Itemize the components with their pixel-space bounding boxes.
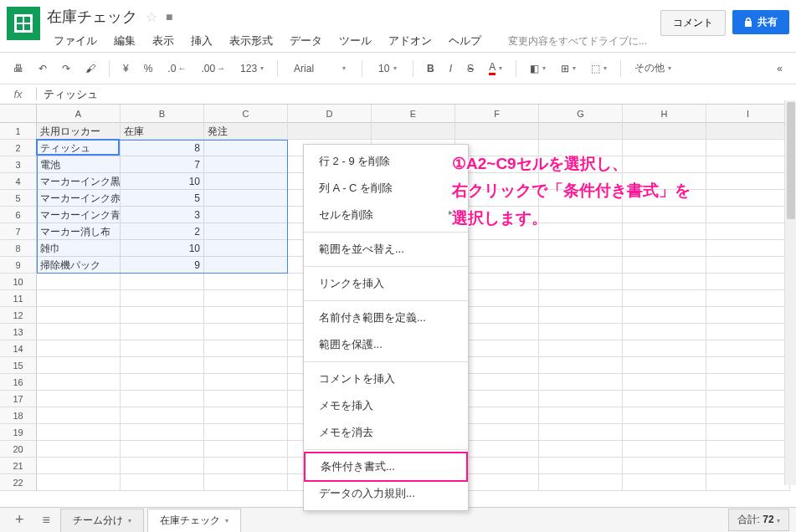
cell-C8[interactable] (204, 240, 288, 257)
context-menu-item[interactable]: 範囲を並べ替え... (304, 236, 468, 263)
cell-B2[interactable]: 8 (121, 140, 204, 156)
row-header-1[interactable]: 1 (0, 123, 37, 140)
col-header-E[interactable]: E (372, 105, 455, 123)
cell-C22[interactable] (204, 474, 288, 491)
cell-B3[interactable]: 7 (121, 156, 204, 173)
cell-I5[interactable] (706, 190, 790, 207)
cell-B14[interactable] (121, 340, 204, 357)
cell-B21[interactable] (121, 458, 204, 474)
cell-I7[interactable] (706, 223, 790, 240)
menu-file[interactable]: ファイル (47, 30, 104, 52)
row-header-20[interactable]: 20 (0, 441, 37, 458)
row-header-12[interactable]: 12 (0, 307, 37, 324)
cell-G12[interactable] (539, 307, 623, 324)
cell-I2[interactable] (706, 140, 790, 156)
add-sheet-button[interactable]: + (7, 511, 33, 529)
menu-format[interactable]: 表示形式 (223, 30, 280, 52)
text-color[interactable]: A (484, 58, 507, 79)
cell-H12[interactable] (623, 307, 706, 324)
borders-icon[interactable]: ⊞ (556, 59, 581, 78)
cell-G11[interactable] (539, 290, 623, 307)
cell-A21[interactable] (37, 458, 121, 474)
cell-G21[interactable] (539, 458, 623, 474)
cell-B9[interactable]: 9 (121, 257, 204, 274)
cell-B22[interactable] (121, 474, 204, 491)
context-menu-item[interactable]: メモを挿入 (304, 392, 468, 419)
cell-A15[interactable] (37, 357, 121, 374)
context-menu-item[interactable]: リンクを挿入 (304, 270, 468, 297)
folder-icon[interactable]: ■ (166, 10, 172, 23)
row-header-3[interactable]: 3 (0, 156, 37, 173)
cell-I17[interactable] (706, 391, 790, 407)
cell-G15[interactable] (539, 357, 623, 374)
print-icon[interactable]: 🖶 (8, 59, 28, 78)
cell-A12[interactable] (37, 307, 121, 324)
cell-B4[interactable]: 10 (121, 173, 204, 190)
cell-I8[interactable] (706, 240, 790, 257)
cell-C2[interactable] (204, 140, 288, 156)
menu-view[interactable]: 表示 (146, 30, 181, 52)
cell-E1[interactable] (372, 123, 455, 140)
cell-B5[interactable]: 5 (121, 190, 204, 207)
cell-C21[interactable] (204, 458, 288, 474)
cell-I20[interactable] (706, 441, 790, 458)
cell-A4[interactable]: マーカーインク黒 (37, 173, 121, 190)
row-header-8[interactable]: 8 (0, 240, 37, 257)
number-format[interactable]: 123 (235, 59, 269, 78)
cell-A1[interactable]: 共用ロッカー (37, 123, 121, 140)
currency-format[interactable]: ¥ (118, 59, 134, 78)
menu-help[interactable]: ヘルプ (442, 30, 488, 52)
cell-A14[interactable] (37, 340, 121, 357)
cell-B6[interactable]: 3 (121, 207, 204, 223)
collapse-toolbar-icon[interactable]: « (772, 59, 788, 78)
cell-A17[interactable] (37, 391, 121, 407)
cell-C1[interactable]: 発注 (204, 123, 288, 140)
menu-edit[interactable]: 編集 (107, 30, 142, 52)
font-family[interactable]: Arial (286, 59, 353, 78)
row-header-2[interactable]: 2 (0, 140, 37, 156)
cell-I14[interactable] (706, 340, 790, 357)
more-options[interactable]: その他 (629, 58, 676, 79)
cell-A2[interactable]: ティッシュ (37, 140, 121, 156)
italic-icon[interactable]: I (444, 59, 457, 78)
sheet-tab[interactable]: 在庫チェック▾ (147, 509, 241, 532)
cell-H1[interactable] (623, 123, 706, 140)
star-icon[interactable]: ☆ (146, 9, 157, 25)
cell-H8[interactable] (623, 240, 706, 257)
increase-decimal[interactable]: .00→ (196, 59, 230, 78)
cell-I4[interactable] (706, 173, 790, 190)
cell-I10[interactable] (706, 274, 790, 290)
cell-I13[interactable] (706, 324, 790, 340)
row-header-5[interactable]: 5 (0, 190, 37, 207)
cell-D1[interactable] (288, 123, 372, 140)
cell-B19[interactable] (121, 424, 204, 441)
cell-C12[interactable] (204, 307, 288, 324)
cell-G14[interactable] (539, 340, 623, 357)
cell-G13[interactable] (539, 324, 623, 340)
cell-A6[interactable]: マーカーインク青 (37, 207, 121, 223)
row-header-18[interactable]: 18 (0, 407, 37, 424)
row-header-17[interactable]: 17 (0, 391, 37, 407)
cell-H17[interactable] (623, 391, 706, 407)
col-header-C[interactable]: C (204, 105, 288, 123)
all-sheets-button[interactable]: ≡ (36, 513, 57, 528)
cell-C11[interactable] (204, 290, 288, 307)
context-menu-item[interactable]: コメントを挿入 (304, 366, 468, 392)
cell-H15[interactable] (623, 357, 706, 374)
row-header-7[interactable]: 7 (0, 223, 37, 240)
context-menu-item[interactable]: 条件付き書式... (304, 452, 468, 482)
font-size[interactable]: 10 (371, 59, 404, 78)
cell-B15[interactable] (121, 357, 204, 374)
row-header-16[interactable]: 16 (0, 374, 37, 391)
fill-color-icon[interactable]: ◧ (525, 59, 551, 78)
cell-B16[interactable] (121, 374, 204, 391)
cell-C13[interactable] (204, 324, 288, 340)
cell-B10[interactable] (121, 274, 204, 290)
cell-H11[interactable] (623, 290, 706, 307)
formula-input[interactable]: ティッシュ (37, 87, 796, 102)
cell-C10[interactable] (204, 274, 288, 290)
cell-C9[interactable] (204, 257, 288, 274)
cell-H13[interactable] (623, 324, 706, 340)
row-header-10[interactable]: 10 (0, 274, 37, 290)
cell-B11[interactable] (121, 290, 204, 307)
